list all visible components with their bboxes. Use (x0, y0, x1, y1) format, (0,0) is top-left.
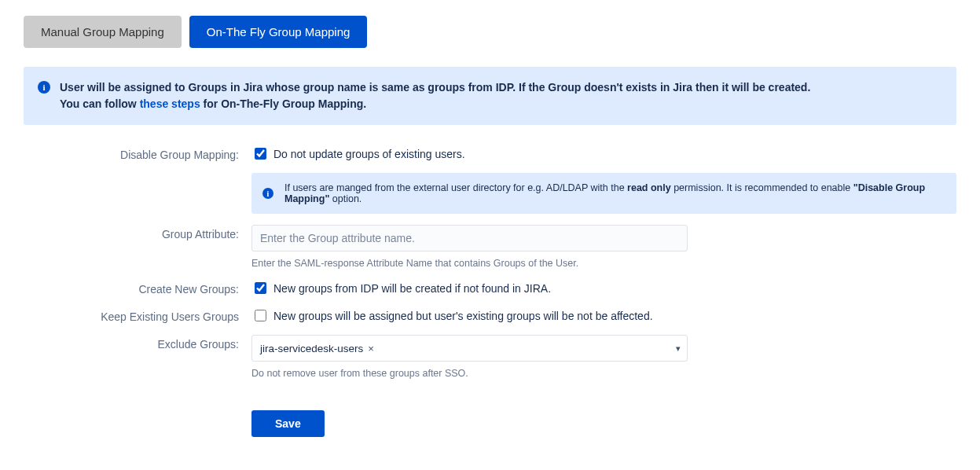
checkbox-keep-existing[interactable] (255, 310, 266, 321)
these-steps-link[interactable]: these steps (140, 97, 200, 110)
chip-label: jira-servicedesk-users (260, 343, 363, 354)
info-icon: i (262, 188, 273, 199)
tab-on-the-fly-group-mapping[interactable]: On-The Fly Group Mapping (189, 16, 368, 48)
form-area: Disable Group Mapping: Do not update gro… (24, 145, 956, 437)
help-exclude-groups: Do not remove user from these groups aft… (251, 368, 956, 379)
label-keep-existing: Keep Existing Users Groups (24, 307, 251, 323)
sub-info-bold1: read only (627, 182, 671, 193)
sub-info-mid: permission. It is recommended to enable (671, 182, 853, 193)
chip-remove-icon[interactable]: × (366, 343, 376, 354)
sub-info-text: If users are manged from the external us… (284, 182, 945, 204)
exclude-groups-select[interactable]: jira-servicedesk-users × ▾ (251, 335, 688, 362)
save-button[interactable]: Save (251, 410, 325, 437)
label-create-new-groups: Create New Groups: (24, 280, 251, 296)
info-icon: i (38, 81, 50, 94)
checkbox-wrap-create-new-groups[interactable]: New groups from IDP will be created if n… (251, 280, 956, 296)
info-banner-line2-prefix: You can follow (60, 97, 140, 110)
checkbox-wrap-keep-existing[interactable]: New groups will be assigned but user's e… (251, 307, 956, 324)
chip-exclude-group: jira-servicedesk-users × (259, 341, 377, 356)
info-banner-line2-suffix: for On-The-Fly Group Mapping. (200, 97, 367, 110)
row-keep-existing: Keep Existing Users Groups New groups wi… (24, 307, 956, 324)
checkbox-label-disable-group-mapping: Do not update groups of existing users. (273, 148, 465, 160)
help-group-attribute: Enter the SAML-response Attribute Name t… (251, 258, 956, 269)
label-group-attribute: Group Attribute: (24, 225, 251, 241)
chevron-down-icon[interactable]: ▾ (676, 343, 681, 354)
sub-info-suffix: option. (329, 193, 362, 204)
sub-info-prefix: If users are manged from the external us… (284, 182, 627, 193)
label-exclude-groups: Exclude Groups: (24, 335, 251, 351)
info-banner-message: User will be assigned to Groups in Jira … (60, 79, 810, 112)
tabs-container: Manual Group Mapping On-The Fly Group Ma… (24, 16, 956, 48)
checkbox-label-keep-existing: New groups will be assigned but user's e… (273, 310, 653, 322)
checkbox-label-create-new-groups: New groups from IDP will be created if n… (273, 282, 551, 295)
checkbox-create-new-groups[interactable] (255, 282, 266, 294)
row-disable-group-mapping: Disable Group Mapping: Do not update gro… (24, 145, 956, 214)
checkbox-disable-group-mapping[interactable] (255, 148, 266, 160)
checkbox-wrap-disable-group-mapping[interactable]: Do not update groups of existing users. (251, 145, 956, 162)
info-banner: i User will be assigned to Groups in Jir… (24, 67, 956, 125)
row-exclude-groups: Exclude Groups: jira-servicedesk-users ×… (24, 335, 956, 379)
row-save: Save (24, 390, 956, 437)
sub-info-disable-group-mapping: i If users are manged from the external … (251, 173, 956, 214)
input-group-attribute[interactable] (251, 225, 688, 252)
row-group-attribute: Group Attribute: Enter the SAML-response… (24, 225, 956, 269)
tab-manual-group-mapping[interactable]: Manual Group Mapping (24, 16, 182, 48)
label-disable-group-mapping: Disable Group Mapping: (24, 145, 251, 161)
row-create-new-groups: Create New Groups: New groups from IDP w… (24, 280, 956, 296)
info-banner-line1: User will be assigned to Groups in Jira … (60, 81, 810, 94)
